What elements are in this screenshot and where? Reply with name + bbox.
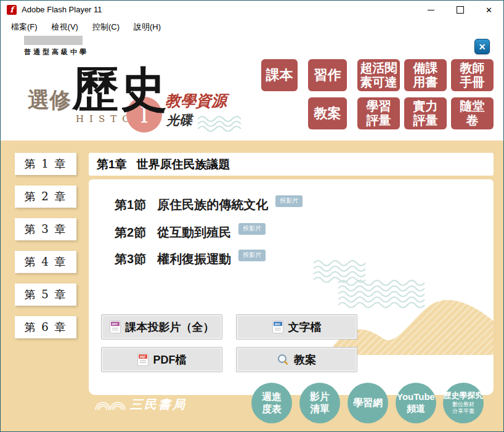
ppt-file-icon: PPT	[110, 320, 121, 333]
sidebar-item-chapter-5[interactable]: 第 5 章	[15, 283, 76, 306]
publisher-logo-placeholder	[24, 36, 83, 45]
menu-view[interactable]: 檢視(V)	[52, 22, 78, 33]
sidebar-item-chapter-4[interactable]: 第 4 章	[15, 251, 76, 273]
chapter-number: 第1章	[97, 157, 127, 173]
text-file-button[interactable]: DOC 文字檔	[236, 314, 357, 340]
section-item-2[interactable]: 第2節 從互動到殖民 投影片	[115, 224, 266, 241]
history-inquiry-platform-link[interactable]: 歷史學探究 數位教材 分享平臺	[443, 383, 484, 423]
pdf-file-icon: PDF	[137, 353, 148, 366]
minimize-button[interactable]	[417, 1, 445, 19]
subject-title: 歷史	[72, 59, 168, 122]
close-icon: ✕	[486, 6, 492, 14]
chapter-title-bar: 第1章 世界原住民族議題	[89, 153, 494, 176]
school-type-label: 普通型高級中學	[24, 47, 89, 57]
sidebar-item-chapter-6[interactable]: 第 6 章	[15, 316, 76, 338]
nav-button-lesson-prep-book[interactable]: 備課用書	[404, 59, 447, 91]
textbook-slides-all-button[interactable]: PPT 課本投影片（全）	[101, 314, 222, 340]
menu-control[interactable]: 控制(C)	[92, 22, 120, 33]
close-icon: ✕	[479, 42, 486, 52]
pdf-file-button[interactable]: PDF PDF檔	[101, 347, 222, 372]
nav-button-workbook[interactable]: 習作	[308, 59, 347, 91]
nav-button-textbook[interactable]: 課本	[261, 59, 298, 91]
nav-button-quiz-sheets[interactable]: 隨堂卷	[451, 97, 494, 129]
maximize-button[interactable]	[445, 1, 474, 19]
learning-web-link[interactable]: 學習網	[348, 383, 388, 423]
flash-player-icon: f	[7, 5, 17, 15]
close-screen-button[interactable]: ✕	[474, 39, 490, 54]
section-item-1[interactable]: 第1節 原住民族的傳統文化 投影片	[115, 197, 303, 213]
menu-help[interactable]: 說明(H)	[134, 22, 161, 33]
menu-file[interactable]: 檔案(F)	[11, 22, 38, 33]
close-window-button[interactable]: ✕	[474, 1, 503, 19]
wave-decoration-small	[198, 115, 250, 132]
lesson-plan-search-button[interactable]: 教案	[236, 347, 357, 372]
weekly-schedule-link[interactable]: 週進度表	[251, 383, 292, 423]
sidebar-item-chapter-1[interactable]: 第 1 章	[15, 153, 76, 175]
nav-button-ability-assessment[interactable]: 實力評量	[404, 97, 447, 129]
section-item-3[interactable]: 第3節 權利復振運動 投影片	[115, 251, 266, 267]
chapter-name: 世界原住民族議題	[137, 157, 230, 173]
nav-button-learning-assessment[interactable]: 學習評量	[357, 97, 400, 129]
menu-bar: 檔案(F) 檢視(V) 控制(C) 說明(H)	[1, 19, 503, 35]
resource-subtitle: 光碟	[166, 112, 192, 129]
slides-badge[interactable]: 投影片	[275, 195, 303, 207]
video-list-link[interactable]: 影片清單	[299, 383, 340, 423]
slides-badge[interactable]: 投影片	[238, 223, 266, 235]
slides-badge[interactable]: 投影片	[238, 250, 266, 261]
doc-file-icon: DOC	[272, 320, 283, 333]
sidebar-item-chapter-2[interactable]: 第 2 章	[15, 185, 76, 208]
nav-button-super-reading[interactable]: 超活閱素可達	[357, 59, 400, 91]
minimize-icon	[428, 10, 434, 10]
app-header: 普通型高級中學 選修 歷史 HISTORY I 教學資源 光碟 ✕ 課本 習作 …	[1, 35, 503, 141]
flash-player-window: f Adobe Flash Player 11 ✕ 檔案(F) 檢視(V) 控制…	[0, 0, 504, 432]
series-label: 選修	[28, 86, 71, 115]
rainbow-arcs-icon	[94, 399, 126, 411]
title-bar: f Adobe Flash Player 11 ✕	[1, 1, 503, 19]
resource-title: 教學資源	[165, 91, 227, 111]
publisher-logo: 三民書局	[94, 396, 187, 413]
window-title: Adobe Flash Player 11	[22, 5, 102, 14]
maximize-icon	[457, 6, 464, 14]
magnifier-icon	[277, 354, 289, 365]
sidebar-item-chapter-3[interactable]: 第 3 章	[15, 218, 76, 240]
main-stage: 第 1 章 第 2 章 第 3 章 第 4 章 第 5 章 第 6 章 第1章 …	[1, 141, 503, 431]
nav-button-lesson-plan[interactable]: 教案	[308, 97, 347, 129]
nav-button-teacher-manual[interactable]: 教師手冊	[451, 59, 494, 91]
youtube-channel-link[interactable]: YouTube頻道	[396, 383, 436, 423]
publisher-name: 三民書局	[130, 396, 187, 413]
chapter-content-panel: 第1節 原住民族的傳統文化 投影片 第2節 從互動到殖民 投影片 第3節 權利復…	[89, 179, 494, 395]
sand-dune-decoration	[333, 289, 494, 355]
